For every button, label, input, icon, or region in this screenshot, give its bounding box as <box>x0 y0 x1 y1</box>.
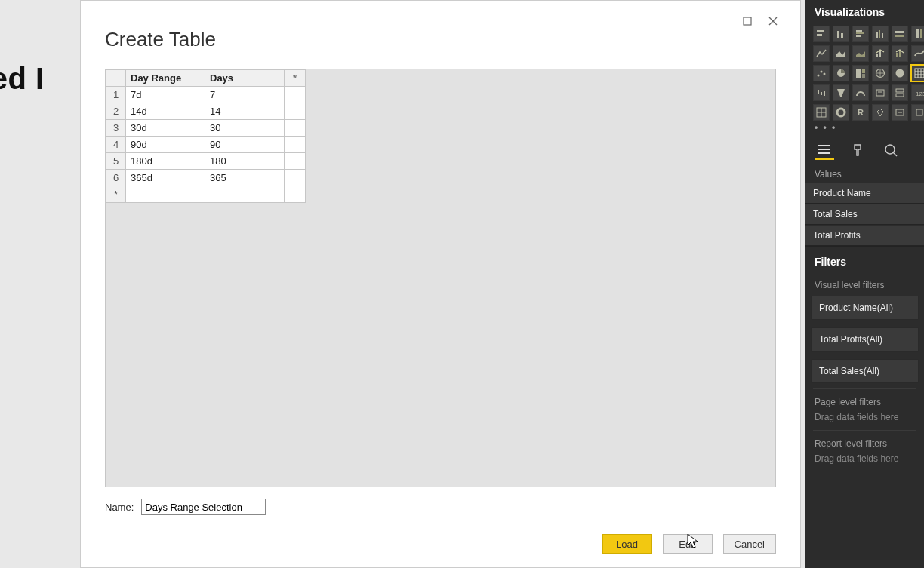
svg-rect-50 <box>818 149 830 150</box>
svg-rect-15 <box>876 54 878 57</box>
funnel-icon[interactable] <box>833 84 849 101</box>
cell-day-range[interactable] <box>126 186 205 203</box>
cell-day-range[interactable]: 365d <box>126 170 205 186</box>
cell-day-range[interactable]: 30d <box>126 120 205 137</box>
format-tab-icon[interactable] <box>848 140 867 160</box>
card-icon[interactable] <box>872 84 889 101</box>
row-number-new: * <box>106 186 126 203</box>
cell-extra[interactable] <box>285 153 306 170</box>
slicer-icon[interactable] <box>892 104 908 121</box>
combo-chart-icon[interactable] <box>872 45 889 62</box>
table-row[interactable]: 1 7d 7 <box>106 87 306 103</box>
cell-extra[interactable] <box>285 120 306 137</box>
cell-extra[interactable] <box>285 103 306 120</box>
table-row[interactable]: 2 14d 14 <box>106 103 306 120</box>
svg-rect-14 <box>920 29 922 38</box>
scatter-chart-icon[interactable] <box>813 65 830 81</box>
maximize-button[interactable] <box>737 14 758 28</box>
r-visual-icon[interactable]: R <box>852 104 869 121</box>
hundred-stacked-column-icon[interactable] <box>911 26 924 42</box>
column-header-days[interactable]: Days <box>205 70 285 87</box>
table-row-new[interactable]: * <box>106 186 306 203</box>
cell-day-range[interactable]: 180d <box>126 153 205 170</box>
cell-days[interactable]: 90 <box>205 137 285 153</box>
cell-days[interactable]: 365 <box>205 170 285 186</box>
area-chart-icon[interactable] <box>833 45 849 62</box>
cell-extra[interactable] <box>285 137 306 153</box>
column-header-add[interactable]: * <box>285 70 306 87</box>
stacked-column-icon[interactable] <box>833 26 849 42</box>
treemap-icon[interactable] <box>852 65 869 81</box>
create-table-dialog: Create Table Day Range Days * 1 7d 7 <box>80 0 801 568</box>
cell-days[interactable]: 180 <box>205 153 285 170</box>
data-entry-grid[interactable]: Day Range Days * 1 7d 7 2 14d 14 <box>105 69 776 487</box>
donut-icon[interactable] <box>833 104 849 121</box>
report-filters-dropzone[interactable]: Drag data fields here <box>805 450 924 470</box>
map-icon[interactable] <box>872 65 889 81</box>
clustered-bar-icon[interactable] <box>852 26 869 42</box>
table-row[interactable]: 4 90d 90 <box>106 137 306 153</box>
gauge-icon[interactable] <box>852 84 869 101</box>
cell-extra[interactable] <box>285 170 306 186</box>
pie-chart-icon[interactable] <box>833 65 849 81</box>
visualizations-panel: Visualizations 123 R • • • <box>805 0 924 568</box>
arcgis-icon[interactable] <box>872 104 889 121</box>
custom-visual-icon[interactable] <box>911 104 924 121</box>
line-chart-icon[interactable] <box>813 45 830 62</box>
cell-day-range[interactable]: 90d <box>126 137 205 153</box>
page-filters-dropzone[interactable]: Drag data fields here <box>805 409 924 428</box>
svg-rect-18 <box>899 51 901 57</box>
values-field[interactable]: Total Sales <box>805 204 924 225</box>
visual-filter-item[interactable]: Product Name(All) <box>811 296 919 320</box>
visual-filter-item[interactable]: Total Sales(All) <box>811 359 919 383</box>
svg-rect-51 <box>818 152 830 154</box>
divider <box>813 388 916 389</box>
close-button[interactable] <box>762 14 784 28</box>
edit-button[interactable]: Edit <box>663 534 713 554</box>
svg-point-21 <box>824 73 826 75</box>
svg-rect-11 <box>895 31 904 33</box>
table-visual-icon[interactable] <box>911 65 924 81</box>
values-field[interactable]: Total Profits <box>805 225 924 246</box>
clustered-column-icon[interactable] <box>872 26 889 42</box>
waterfall-icon[interactable] <box>813 84 830 101</box>
kpi-icon[interactable]: 123 <box>911 84 924 101</box>
table-row[interactable]: 6 365d 365 <box>106 170 306 186</box>
svg-rect-7 <box>856 35 861 37</box>
svg-rect-8 <box>876 32 878 38</box>
combo-chart-stacked-icon[interactable] <box>892 45 908 62</box>
multi-row-card-icon[interactable] <box>892 84 908 101</box>
row-number: 3 <box>106 120 126 137</box>
svg-rect-24 <box>862 69 865 73</box>
column-header-day-range[interactable]: Day Range <box>126 70 205 87</box>
cell-days[interactable]: 7 <box>205 87 285 103</box>
stacked-area-icon[interactable] <box>852 45 869 62</box>
row-number: 4 <box>106 137 126 153</box>
visual-filter-item[interactable]: Total Profits(All) <box>811 327 919 352</box>
cell-extra[interactable] <box>285 186 306 203</box>
matrix-icon[interactable] <box>813 104 830 121</box>
table-name-input[interactable] <box>141 499 266 515</box>
stacked-bar-icon[interactable] <box>813 26 830 42</box>
table-row[interactable]: 3 30d 30 <box>106 120 306 137</box>
cell-extra[interactable] <box>285 87 306 103</box>
cell-days[interactable]: 14 <box>205 103 285 120</box>
more-visuals-ellipsis[interactable]: • • • <box>805 122 924 137</box>
cell-day-range[interactable]: 14d <box>126 103 205 120</box>
table-row[interactable]: 5 180d 180 <box>106 153 306 170</box>
hundred-stacked-bar-icon[interactable] <box>892 26 908 42</box>
svg-rect-13 <box>916 29 919 38</box>
cell-day-range[interactable]: 7d <box>126 87 205 103</box>
analytics-tab-icon[interactable] <box>881 140 901 160</box>
fields-tab-icon[interactable] <box>815 140 834 160</box>
cell-days[interactable] <box>205 186 285 203</box>
values-field[interactable]: Product Name <box>805 183 924 204</box>
ribbon-chart-icon[interactable] <box>911 45 924 62</box>
filled-map-icon[interactable] <box>892 65 908 81</box>
svg-rect-0 <box>744 17 751 25</box>
svg-rect-12 <box>895 35 904 37</box>
svg-rect-16 <box>879 51 881 57</box>
cell-days[interactable]: 30 <box>205 120 285 137</box>
load-button[interactable]: Load <box>602 534 652 554</box>
cancel-button[interactable]: Cancel <box>723 534 776 554</box>
